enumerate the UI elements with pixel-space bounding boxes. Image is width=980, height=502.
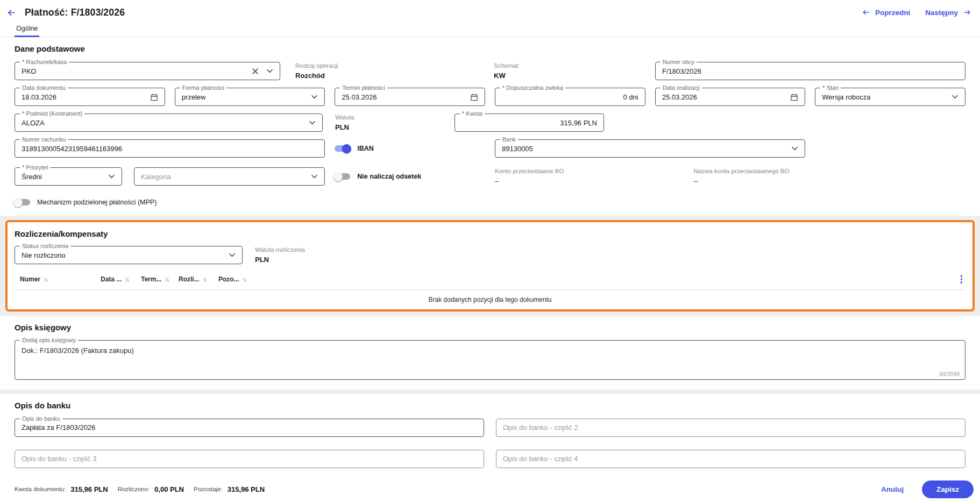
bank-description-grid: Opis do banku Zapłata za F/1803/2026 xyxy=(15,419,965,468)
rachunek-kasa-select[interactable]: Rachunek/kasa PKO xyxy=(15,62,280,80)
calendar-icon xyxy=(470,93,478,101)
sort-icon: ↑↓ xyxy=(165,276,168,282)
form-row: Podmiot (Kontrahent) ALOZA Waluta PLN Kw… xyxy=(15,114,965,132)
podmiot-select[interactable]: Podmiot (Kontrahent) ALOZA xyxy=(15,114,323,132)
kwota-input[interactable]: Kwota 315,96 PLN xyxy=(455,114,604,132)
form-content: Dane podstawowe Rachunek/kasa PKO xyxy=(0,37,980,476)
sort-icon: ↑↓ xyxy=(243,276,246,282)
column-header-rozliczono[interactable]: Rozli... ↑↓ xyxy=(179,275,218,283)
kwota-dokumentu-value: 315,96 PLN xyxy=(70,485,108,493)
cancel-button[interactable]: Anuluj xyxy=(881,485,904,493)
rodzaj-operacji-readonly: Rodzaj operacji Rozchód xyxy=(295,62,479,80)
toggle-on-icon xyxy=(335,145,350,152)
opis-do-banku-czesc-2-input[interactable] xyxy=(496,419,965,437)
bank-select[interactable]: Bank 89130005 xyxy=(495,139,805,158)
field-label: Dodaj opis księgowy xyxy=(20,336,78,344)
kategoria-select[interactable]: Kategoria xyxy=(134,167,325,186)
sort-icon: ↑↓ xyxy=(44,276,47,282)
numer-rachunku-input[interactable]: Numer rachunku 3189130005423195946116399… xyxy=(15,139,325,158)
chevron-down-icon xyxy=(791,146,798,151)
column-header-termin[interactable]: Term... ↑↓ xyxy=(141,275,179,283)
clear-icon[interactable] xyxy=(252,68,259,75)
field-label: Data dokumentu xyxy=(20,84,68,91)
chevron-down-icon xyxy=(951,95,958,99)
opis-do-banku-input[interactable]: Opis do banku Zapłata za F/1803/2026 xyxy=(15,419,484,437)
data-realizacji-datepicker[interactable]: Data realizacji 25.03.2026 xyxy=(655,88,806,106)
field-label: Kwota xyxy=(460,110,485,117)
back-button[interactable] xyxy=(5,6,17,18)
section-rozliczenia-kompensaty: Rozliczenia/kompensaty Status rozliczeni… xyxy=(5,220,975,312)
section-opis-ksiegowy: Opis księgowy Dodaj opis księgowy Dok.: … xyxy=(0,316,980,390)
arrow-left-icon xyxy=(862,9,870,16)
page-title: Płatność: F/1803/2026 xyxy=(25,7,125,18)
arrow-left-icon xyxy=(6,8,17,18)
bar-actions: Anuluj Zapisz xyxy=(881,480,974,498)
arrow-right-icon xyxy=(963,9,971,16)
page-header: Płatność: F/1803/2026 Poprzedni Następny xyxy=(0,0,980,20)
form-row: Status rozliczenia Nie rozliczono Waluta… xyxy=(15,246,965,264)
field-label: Dopuszczalna zwłoka xyxy=(500,84,565,91)
field-label: Priorytet xyxy=(20,164,50,171)
priorytet-select[interactable]: Priorytet Średni xyxy=(15,167,122,186)
chevron-down-icon xyxy=(311,174,318,179)
form-row: Data dokumentu 18.03.2026 Forma płatnośc… xyxy=(15,88,965,106)
tab-ogolne[interactable]: Ogólne xyxy=(15,22,39,37)
sort-icon: ↑↓ xyxy=(203,276,207,282)
chevron-down-icon xyxy=(266,69,273,73)
opis-do-banku-czesc-4-input[interactable] xyxy=(496,450,965,468)
opis-do-banku-czesc-3-input[interactable] xyxy=(15,450,484,468)
kwota-dokumentu-label: Kwota dokumentu: xyxy=(15,486,66,492)
audit-info: Wprowadził: Aleksandra Kuboń 19.03.2026 … xyxy=(15,468,965,477)
save-button[interactable]: Zapisz xyxy=(922,480,974,498)
column-header-data[interactable]: Data ... ↑↓ xyxy=(101,275,141,283)
previous-record-button[interactable]: Poprzedni xyxy=(862,9,910,17)
next-record-button[interactable]: Następny xyxy=(925,9,971,17)
field-label: Data realizacji xyxy=(661,84,702,91)
char-counter: 34/2048 xyxy=(939,371,960,377)
rozliczono-label: Rozliczono: xyxy=(118,486,150,492)
column-header-numer[interactable]: Numer ↑↓ xyxy=(20,275,101,283)
dopuszczalna-zwloka-input[interactable]: Dopuszczalna zwłoka 0 dni xyxy=(495,88,645,106)
waluta-readonly: Waluta PLN xyxy=(335,114,416,132)
forma-platnosci-select[interactable]: Forma płatności przelew xyxy=(175,88,325,106)
termin-platnosci-datepicker[interactable]: Termin płatności 25.03.2026 xyxy=(335,88,485,106)
section-title: Opis księgowy xyxy=(15,323,965,332)
konto-przeciwstawne-readonly: Konto przeciwstawne BO – xyxy=(495,167,645,186)
iban-toggle[interactable]: IBAN xyxy=(335,139,485,158)
data-dokumentu-datepicker[interactable]: Data dokumentu 18.03.2026 xyxy=(15,88,165,106)
column-header-pozostaje[interactable]: Pozo... ↑↓ xyxy=(218,275,246,283)
opis-ksiegowy-textarea[interactable]: Dodaj opis księgowy Dok.: F/1803/2026 (F… xyxy=(15,340,965,380)
section-dane-podstawowe: Dane podstawowe Rachunek/kasa PKO xyxy=(0,37,980,216)
toggle-off-icon xyxy=(15,199,30,206)
section-title: Opis do banku xyxy=(15,401,965,410)
form-row: Priorytet Średni Kategoria xyxy=(15,167,965,186)
next-label: Następny xyxy=(925,9,958,17)
settlements-table-header: Numer ↑↓ Data ... ↑↓ Term... ↑↓ Rozli...… xyxy=(15,274,965,290)
chevron-down-icon xyxy=(108,174,115,179)
field-label: Rachunek/kasa xyxy=(20,58,69,66)
kebab-menu-icon[interactable] xyxy=(957,274,966,285)
form-row: Mechanizm podzielonej płatności (MPP) xyxy=(15,199,965,206)
status-rozliczenia-select[interactable]: Status rozliczenia Nie rozliczono xyxy=(15,246,243,264)
form-row: Rachunek/kasa PKO Rodzaj operacji Rozchó… xyxy=(15,62,965,80)
field-label: Podmiot (Kontrahent) xyxy=(20,110,84,117)
field-label: Opis do banku xyxy=(20,415,62,422)
field-label: Numer rachunku xyxy=(20,136,68,143)
calendar-icon xyxy=(790,93,798,101)
schemat-readonly: Schemat KW xyxy=(494,62,640,80)
field-label: Numer obcy xyxy=(661,58,697,66)
field-label: Stan xyxy=(820,84,841,91)
numer-obcy-input[interactable]: Numer obcy F/1803/2026 xyxy=(655,62,965,80)
pozostaje-label: Pozostaje: xyxy=(194,486,223,492)
nie-naliczaj-odsetek-toggle[interactable]: Nie naliczaj odsetek xyxy=(335,167,485,186)
empty-table-message: Brak dodanych pozycji dla tego dokumentu xyxy=(15,290,965,305)
totals-summary: Kwota dokumentu: 315,96 PLN Rozliczono: … xyxy=(15,485,265,493)
mpp-toggle[interactable]: Mechanizm podzielonej płatności (MPP) xyxy=(15,199,157,206)
previous-label: Poprzedni xyxy=(875,9,910,17)
stan-select[interactable]: Stan Wersja robocza xyxy=(815,88,965,106)
field-label: Forma płatności xyxy=(180,84,226,91)
section-title: Dane podstawowe xyxy=(15,44,965,53)
record-navigation: Poprzedni Następny xyxy=(862,9,974,17)
field-label: Bank xyxy=(500,136,518,143)
chevron-down-icon xyxy=(229,253,236,257)
